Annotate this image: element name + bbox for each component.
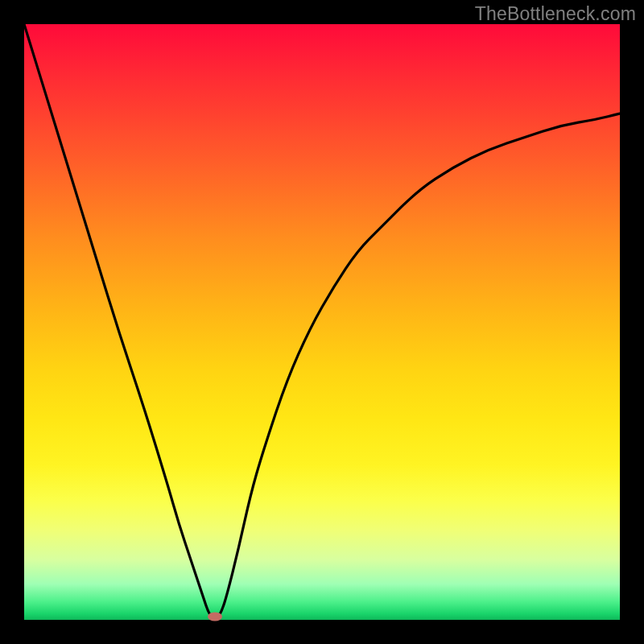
bottleneck-curve xyxy=(24,24,620,620)
watermark-text: TheBottleneck.com xyxy=(475,3,636,25)
plot-area xyxy=(24,24,620,620)
minimum-marker xyxy=(208,613,222,621)
chart-frame: TheBottleneck.com xyxy=(0,0,644,644)
